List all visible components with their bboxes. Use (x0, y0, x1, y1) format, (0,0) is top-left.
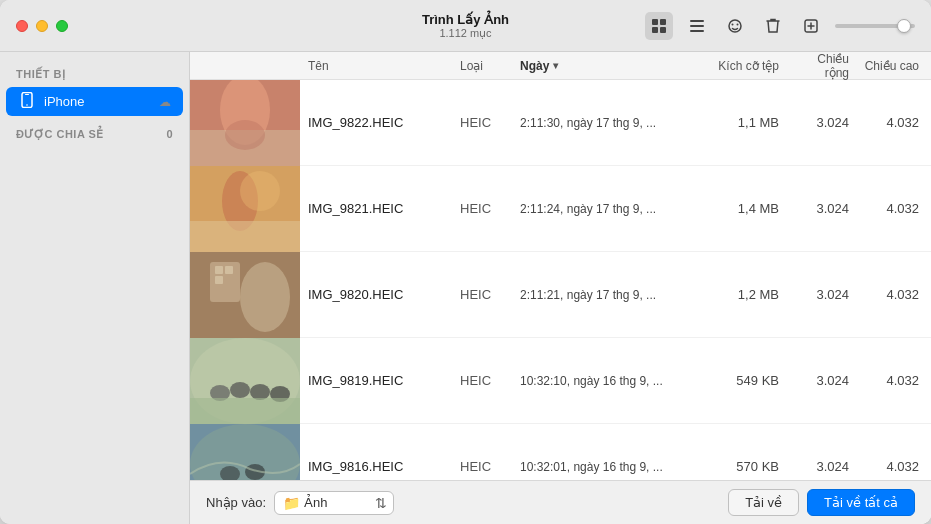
iphone-label: iPhone (44, 94, 151, 109)
file-height-2: 4.032 (861, 201, 931, 216)
svg-rect-0 (652, 19, 658, 25)
devices-section-header: THIẾT BỊ (0, 64, 189, 87)
delete-button[interactable] (759, 12, 787, 40)
svg-rect-20 (190, 221, 300, 252)
file-name-5: IMG_9816.HEIC (300, 459, 460, 474)
download-all-button[interactable]: Tải về tất cả (807, 489, 915, 516)
file-name-2: IMG_9821.HEIC (300, 201, 460, 216)
bottom-bar: Nhập vào: 📁 Ảnh ⇅ Tải về Tải về tất cả (190, 480, 931, 524)
window-subtitle: 1.112 mục (422, 27, 509, 40)
zoom-slider[interactable] (835, 24, 915, 28)
iphone-icon (18, 92, 36, 111)
svg-rect-4 (690, 20, 704, 22)
table-row[interactable]: IMG_9820.HEIC HEIC 2:11:21, ngày 17 thg … (190, 252, 931, 338)
sidebar-item-iphone[interactable]: iPhone ☁ (6, 87, 183, 116)
column-headers: Tên Loại Ngày ▾ Kích cỡ tệp Chiều rộng C… (190, 52, 931, 80)
slider-thumb[interactable] (897, 19, 911, 33)
toolbar (645, 12, 915, 40)
svg-rect-34 (190, 398, 300, 424)
fullscreen-button[interactable] (56, 20, 68, 32)
table-row[interactable]: IMG_9819.HEIC HEIC 10:32:10, ngày 16 thg… (190, 338, 931, 424)
thumbnail-2 (190, 166, 300, 252)
file-size-3: 1,2 MB (711, 287, 791, 302)
svg-rect-1 (660, 19, 666, 25)
file-height-3: 4.032 (861, 287, 931, 302)
cloud-icon: ☁ (159, 95, 171, 109)
file-name-1: IMG_9822.HEIC (300, 115, 460, 130)
svg-point-9 (737, 23, 739, 25)
import-folder-selector[interactable]: 📁 Ảnh ⇅ (274, 491, 394, 515)
file-width-2: 3.024 (791, 201, 861, 216)
main-window: Trình Lấy Ảnh 1.112 mục (0, 0, 931, 524)
folder-icon: 📁 (283, 495, 300, 511)
grid-view-button[interactable] (645, 12, 673, 40)
svg-rect-25 (225, 266, 233, 274)
thumbnail-5 (190, 424, 300, 481)
file-name-4: IMG_9819.HEIC (300, 373, 460, 388)
shared-section-header: ĐƯỢC CHIA SẺ 0 (0, 116, 189, 147)
sort-arrow-icon: ▾ (553, 60, 558, 71)
file-width-5: 3.024 (791, 459, 861, 474)
sidebar: THIẾT BỊ iPhone ☁ ĐƯỢC CHIA SẺ 0 (0, 52, 190, 524)
file-height-1: 4.032 (861, 115, 931, 130)
import-folder-name: Ảnh (304, 495, 371, 510)
file-size-4: 549 KB (711, 373, 791, 388)
title-area: Trình Lấy Ảnh 1.112 mục (422, 12, 509, 40)
file-date-5: 10:32:01, ngày 16 thg 9, ... (520, 460, 711, 474)
traffic-lights (16, 20, 68, 32)
table-row[interactable]: IMG_9821.HEIC HEIC 2:11:24, ngày 17 thg … (190, 166, 931, 252)
file-type-3: HEIC (460, 287, 520, 302)
chevron-updown-icon: ⇅ (375, 495, 387, 511)
close-button[interactable] (16, 20, 28, 32)
list-view-button[interactable] (683, 12, 711, 40)
table-row[interactable]: IMG_9816.HEIC HEIC 10:32:01, ngày 16 thg… (190, 424, 931, 480)
svg-point-8 (732, 23, 734, 25)
thumbnail-1 (190, 80, 300, 166)
window-title: Trình Lấy Ảnh (422, 12, 509, 27)
file-size-1: 1,1 MB (711, 115, 791, 130)
svg-point-32 (250, 384, 270, 400)
file-list: IMG_9822.HEIC HEIC 2:11:30, ngày 17 thg … (190, 80, 931, 480)
thumbnail-4 (190, 338, 300, 424)
file-name-3: IMG_9820.HEIC (300, 287, 460, 302)
table-row[interactable]: IMG_9822.HEIC HEIC 2:11:30, ngày 17 thg … (190, 80, 931, 166)
svg-rect-26 (215, 276, 223, 284)
svg-rect-3 (660, 27, 666, 33)
col-size-header[interactable]: Kích cỡ tệp (711, 59, 791, 73)
svg-rect-13 (25, 94, 29, 95)
titlebar: Trình Lấy Ảnh 1.112 mục (0, 0, 931, 52)
col-name-header[interactable]: Tên (300, 59, 460, 73)
file-width-1: 3.024 (791, 115, 861, 130)
svg-point-12 (26, 104, 28, 106)
svg-rect-5 (690, 25, 704, 27)
file-size-5: 570 KB (711, 459, 791, 474)
file-type-4: HEIC (460, 373, 520, 388)
shared-count: 0 (166, 128, 173, 141)
svg-rect-2 (652, 27, 658, 33)
download-button[interactable]: Tải về (728, 489, 799, 516)
file-type-1: HEIC (460, 115, 520, 130)
file-type-5: HEIC (460, 459, 520, 474)
face-detection-button[interactable] (721, 12, 749, 40)
import-label: Nhập vào: (206, 495, 266, 510)
svg-rect-6 (690, 30, 704, 32)
file-date-3: 2:11:21, ngày 17 thg 9, ... (520, 288, 711, 302)
main-content: THIẾT BỊ iPhone ☁ ĐƯỢC CHIA SẺ 0 (0, 52, 931, 524)
file-size-2: 1,4 MB (711, 201, 791, 216)
minimize-button[interactable] (36, 20, 48, 32)
file-date-1: 2:11:30, ngày 17 thg 9, ... (520, 116, 711, 130)
file-width-4: 3.024 (791, 373, 861, 388)
file-type-2: HEIC (460, 201, 520, 216)
thumbnail-3 (190, 252, 300, 338)
svg-point-27 (240, 262, 290, 332)
file-height-5: 4.032 (861, 459, 931, 474)
col-height-header[interactable]: Chiều cao (861, 59, 931, 73)
col-width-header[interactable]: Chiều rộng (791, 52, 861, 80)
svg-point-17 (225, 120, 265, 150)
slider-track[interactable] (835, 24, 915, 28)
col-date-header[interactable]: Ngày ▾ (520, 59, 711, 73)
col-type-header: Loại (460, 59, 520, 73)
new-window-button[interactable] (797, 12, 825, 40)
svg-rect-24 (215, 266, 223, 274)
file-width-3: 3.024 (791, 287, 861, 302)
